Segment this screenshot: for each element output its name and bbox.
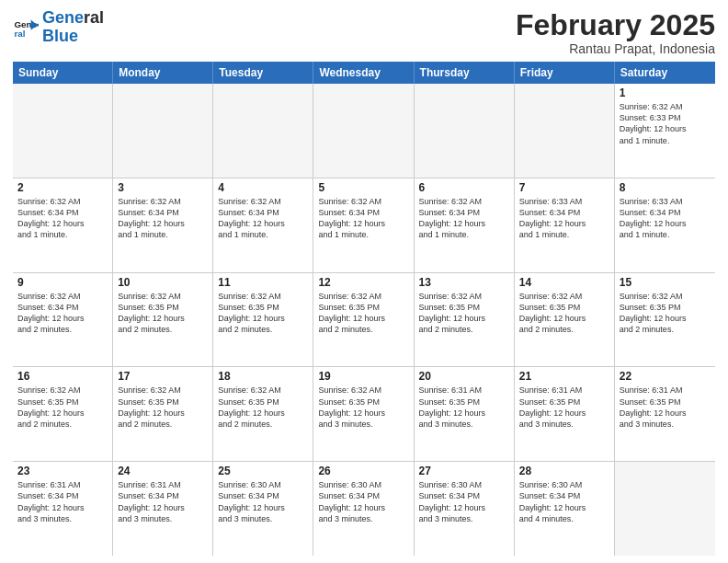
calendar-cell	[113, 84, 213, 178]
day-info: Sunrise: 6:32 AM Sunset: 6:34 PM Dayligh…	[17, 196, 108, 241]
calendar-cell: 14Sunrise: 6:32 AM Sunset: 6:35 PM Dayli…	[515, 273, 615, 367]
page: Gene ral General Blue February 2025 Rant…	[0, 0, 728, 563]
day-info: Sunrise: 6:31 AM Sunset: 6:34 PM Dayligh…	[118, 479, 208, 524]
day-info: Sunrise: 6:32 AM Sunset: 6:35 PM Dayligh…	[218, 291, 308, 336]
day-info: Sunrise: 6:33 AM Sunset: 6:34 PM Dayligh…	[620, 196, 711, 241]
calendar: SundayMondayTuesdayWednesdayThursdayFrid…	[13, 62, 715, 556]
calendar-cell: 25Sunrise: 6:30 AM Sunset: 6:34 PM Dayli…	[213, 462, 313, 556]
calendar-row: 1Sunrise: 6:32 AM Sunset: 6:33 PM Daylig…	[13, 84, 715, 178]
calendar-header: SundayMondayTuesdayWednesdayThursdayFrid…	[13, 62, 715, 84]
day-number: 14	[519, 276, 609, 289]
calendar-cell: 19Sunrise: 6:32 AM Sunset: 6:35 PM Dayli…	[313, 367, 414, 461]
calendar-cell: 26Sunrise: 6:30 AM Sunset: 6:34 PM Dayli…	[313, 462, 414, 556]
day-number: 17	[118, 370, 208, 383]
calendar-cell: 9Sunrise: 6:32 AM Sunset: 6:34 PM Daylig…	[13, 273, 113, 367]
day-info: Sunrise: 6:31 AM Sunset: 6:35 PM Dayligh…	[419, 385, 509, 430]
calendar-row: 23Sunrise: 6:31 AM Sunset: 6:34 PM Dayli…	[13, 462, 715, 556]
day-info: Sunrise: 6:31 AM Sunset: 6:35 PM Dayligh…	[620, 385, 711, 430]
day-number: 2	[17, 181, 108, 194]
calendar-cell: 11Sunrise: 6:32 AM Sunset: 6:35 PM Dayli…	[213, 273, 313, 367]
calendar-cell: 17Sunrise: 6:32 AM Sunset: 6:35 PM Dayli…	[113, 367, 213, 461]
calendar-cell: 8Sunrise: 6:33 AM Sunset: 6:34 PM Daylig…	[615, 178, 715, 272]
day-number: 9	[17, 276, 108, 289]
calendar-cell	[213, 84, 313, 178]
day-number: 22	[620, 370, 711, 383]
day-info: Sunrise: 6:30 AM Sunset: 6:34 PM Dayligh…	[318, 479, 408, 524]
logo-name-line2: Blue	[42, 28, 104, 46]
calendar-cell: 15Sunrise: 6:32 AM Sunset: 6:35 PM Dayli…	[615, 273, 715, 367]
calendar-cell: 13Sunrise: 6:32 AM Sunset: 6:35 PM Dayli…	[415, 273, 515, 367]
calendar-cell: 23Sunrise: 6:31 AM Sunset: 6:34 PM Dayli…	[13, 462, 113, 556]
day-info: Sunrise: 6:32 AM Sunset: 6:35 PM Dayligh…	[118, 385, 208, 430]
day-number: 24	[118, 465, 208, 477]
calendar-cell: 27Sunrise: 6:30 AM Sunset: 6:34 PM Dayli…	[415, 462, 515, 556]
calendar-row: 2Sunrise: 6:32 AM Sunset: 6:34 PM Daylig…	[13, 178, 715, 273]
day-info: Sunrise: 6:32 AM Sunset: 6:35 PM Dayligh…	[118, 291, 208, 336]
calendar-cell: 5Sunrise: 6:32 AM Sunset: 6:34 PM Daylig…	[313, 178, 414, 272]
header: Gene ral General Blue February 2025 Rant…	[13, 9, 715, 56]
day-info: Sunrise: 6:32 AM Sunset: 6:35 PM Dayligh…	[419, 291, 509, 336]
calendar-cell	[415, 84, 515, 178]
day-info: Sunrise: 6:32 AM Sunset: 6:34 PM Dayligh…	[17, 291, 108, 336]
day-number: 19	[318, 370, 408, 383]
logo: Gene ral General Blue	[13, 9, 104, 46]
calendar-cell: 3Sunrise: 6:32 AM Sunset: 6:34 PM Daylig…	[113, 178, 213, 272]
day-number: 18	[218, 370, 308, 383]
calendar-row: 16Sunrise: 6:32 AM Sunset: 6:35 PM Dayli…	[13, 367, 715, 462]
day-number: 6	[419, 181, 509, 194]
day-number: 25	[218, 465, 308, 477]
calendar-cell	[615, 462, 715, 556]
day-info: Sunrise: 6:32 AM Sunset: 6:35 PM Dayligh…	[17, 385, 108, 430]
calendar-row: 9Sunrise: 6:32 AM Sunset: 6:34 PM Daylig…	[13, 273, 715, 368]
svg-rect-3	[29, 24, 39, 27]
day-number: 27	[419, 465, 509, 477]
calendar-cell: 16Sunrise: 6:32 AM Sunset: 6:35 PM Dayli…	[13, 367, 113, 461]
day-info: Sunrise: 6:32 AM Sunset: 6:34 PM Dayligh…	[318, 196, 408, 241]
day-number: 3	[118, 181, 208, 194]
day-number: 8	[620, 181, 711, 194]
day-number: 26	[318, 465, 408, 477]
day-info: Sunrise: 6:32 AM Sunset: 6:33 PM Dayligh…	[620, 101, 711, 146]
calendar-cell: 6Sunrise: 6:32 AM Sunset: 6:34 PM Daylig…	[415, 178, 515, 272]
weekday-header: Friday	[515, 62, 615, 84]
day-info: Sunrise: 6:32 AM Sunset: 6:35 PM Dayligh…	[318, 385, 408, 430]
calendar-cell: 28Sunrise: 6:30 AM Sunset: 6:34 PM Dayli…	[515, 462, 615, 556]
day-info: Sunrise: 6:31 AM Sunset: 6:34 PM Dayligh…	[17, 479, 108, 524]
calendar-cell: 12Sunrise: 6:32 AM Sunset: 6:35 PM Dayli…	[313, 273, 414, 367]
weekday-header: Sunday	[13, 62, 113, 84]
day-number: 7	[519, 181, 609, 194]
day-number: 13	[419, 276, 509, 289]
weekday-header: Saturday	[615, 62, 715, 84]
day-number: 12	[318, 276, 408, 289]
weekday-header: Wednesday	[313, 62, 414, 84]
calendar-body: 1Sunrise: 6:32 AM Sunset: 6:33 PM Daylig…	[13, 84, 715, 556]
day-info: Sunrise: 6:32 AM Sunset: 6:35 PM Dayligh…	[218, 385, 308, 430]
day-info: Sunrise: 6:32 AM Sunset: 6:34 PM Dayligh…	[419, 196, 509, 241]
day-number: 15	[620, 276, 711, 289]
calendar-cell	[13, 84, 113, 178]
calendar-cell: 18Sunrise: 6:32 AM Sunset: 6:35 PM Dayli…	[213, 367, 313, 461]
day-number: 11	[218, 276, 308, 289]
day-number: 28	[519, 465, 609, 477]
day-info: Sunrise: 6:32 AM Sunset: 6:35 PM Dayligh…	[318, 291, 408, 336]
day-number: 21	[519, 370, 609, 383]
day-info: Sunrise: 6:32 AM Sunset: 6:34 PM Dayligh…	[118, 196, 208, 241]
day-number: 1	[620, 86, 711, 99]
day-number: 16	[17, 370, 108, 383]
day-info: Sunrise: 6:32 AM Sunset: 6:35 PM Dayligh…	[620, 291, 711, 336]
logo-icon: Gene ral	[13, 15, 39, 40]
day-info: Sunrise: 6:30 AM Sunset: 6:34 PM Dayligh…	[519, 479, 609, 524]
day-number: 4	[218, 181, 308, 194]
day-info: Sunrise: 6:30 AM Sunset: 6:34 PM Dayligh…	[218, 479, 308, 524]
calendar-cell: 1Sunrise: 6:32 AM Sunset: 6:33 PM Daylig…	[615, 84, 715, 178]
main-title: February 2025	[516, 9, 715, 41]
day-number: 23	[17, 465, 108, 477]
day-number: 20	[419, 370, 509, 383]
weekday-header: Tuesday	[213, 62, 313, 84]
day-info: Sunrise: 6:32 AM Sunset: 6:34 PM Dayligh…	[218, 196, 308, 241]
svg-text:ral: ral	[14, 29, 25, 39]
subtitle: Rantau Prapat, Indonesia	[516, 41, 715, 56]
calendar-cell: 20Sunrise: 6:31 AM Sunset: 6:35 PM Dayli…	[415, 367, 515, 461]
calendar-cell	[515, 84, 615, 178]
weekday-header: Thursday	[415, 62, 515, 84]
